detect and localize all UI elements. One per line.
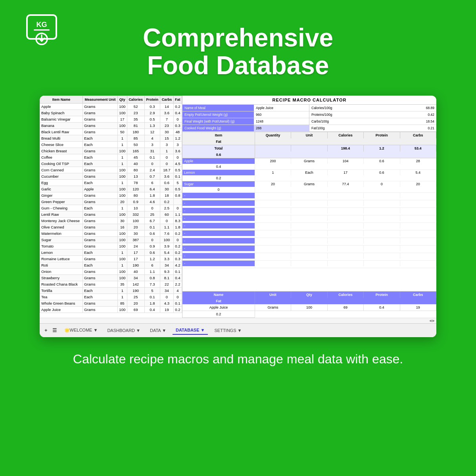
macro-empty-row: -: [182, 223, 436, 230]
item-qty-lemon: 1: [255, 170, 291, 175]
macro-items-area: Apple 200 Grams 104 0.6 28 0.4 Lemon 1 E…: [182, 158, 436, 291]
info-row-meal: Name of Meal Apple Juice: [182, 105, 309, 111]
empty-unit-cell: [291, 253, 327, 259]
table-row: TortillaEach11905344: [40, 287, 182, 294]
empty-carbs-cell: [400, 200, 436, 206]
header-area: KG Comprehensive Food Database: [0, 0, 476, 80]
item-carbs-lemon: 5.4: [400, 170, 436, 175]
empty-cal-cell: [328, 208, 364, 213]
empty-name-cell: -: [182, 261, 255, 266]
summary-header: Name Unit Qty Calories Protein Carbs Fat: [182, 292, 436, 304]
empty-cal-cell: [328, 238, 364, 244]
table-row: Balsamic VinegarGrams17350.570: [40, 116, 182, 122]
fat-100g-label: Fat/100g: [309, 125, 426, 131]
menu-button[interactable]: ☰: [52, 326, 58, 334]
empty-cal-cell: [328, 253, 364, 259]
left-panel: Item Name Measurement Unit Qty Calories …: [40, 96, 182, 318]
item-fat-lemon: 0.2: [182, 175, 255, 181]
total-calories: 198.4: [328, 145, 364, 152]
empty-protein-cell: [364, 208, 400, 213]
empty-name-cell: -: [182, 215, 255, 221]
empty-fat-cell: [182, 244, 255, 245]
pot-weight-label: Empty Pot/Utensil Weight (g): [182, 111, 254, 118]
table-row: Roasted Chana BlackGrams351427.3222.2: [40, 281, 182, 287]
empty-qty-cell: [255, 208, 291, 213]
empty-qty-cell: [255, 215, 291, 221]
empty-fat-cell: [182, 236, 255, 238]
cal-100g-value: 68.89: [424, 105, 436, 111]
recipe-info-grid: Name of Meal Apple Juice Empty Pot/Utens…: [182, 105, 436, 132]
recipe-info-right: Calories/100g 68.89 Proteins/100g 0.42 C…: [309, 105, 436, 132]
empty-carbs-cell: [400, 230, 436, 236]
total-unit: [291, 145, 327, 152]
table-row: Lentil RawGrams10033225601.1: [40, 211, 182, 217]
empty-unit-cell: [291, 238, 327, 244]
col-protein: Protein: [364, 132, 400, 138]
summary-col-fat: Fat: [182, 298, 255, 304]
empty-qty-cell: [255, 200, 291, 206]
tab-data[interactable]: DATA ▼: [147, 326, 169, 334]
item-cal-sugar: 77.4: [328, 181, 364, 187]
col-header-item: Item Name: [40, 96, 83, 103]
item-protein-lemon: 0.6: [364, 170, 400, 175]
table-row: GingerGrams100801.8180.8: [40, 192, 182, 198]
table-row: GarlicApple1001206.4300.5: [40, 186, 182, 192]
info-right-protein: Proteins/100g 0.42: [309, 111, 436, 118]
summary-cal: 69: [328, 304, 364, 311]
item-unit-lemon: Each: [291, 170, 327, 175]
empty-carbs-cell: [400, 253, 436, 259]
col-header-cal: Calories: [127, 96, 144, 103]
empty-unit-cell: [291, 230, 327, 236]
protein-100g-label: Proteins/100g: [309, 111, 426, 118]
macro-empty-row: -: [182, 215, 436, 223]
col-header-protein: Protein: [144, 96, 160, 103]
table-row: Bread MultiEach1854151.2: [40, 135, 182, 141]
table-row: Romaine LettuceGrams100171.23.30.3: [40, 255, 182, 262]
protein-100g-value: 0.42: [426, 111, 436, 118]
info-row-final: Final Weight (with Pot/Utensil) (g) 1248: [182, 118, 309, 125]
macro-item-sugar: Sugar 20 Grams 77.4 0 20 0: [182, 181, 436, 193]
summary-col-carbs: Carbs: [400, 292, 436, 298]
table-row: BananaGrams100811.3230.3: [40, 122, 182, 129]
empty-name-cell: -: [182, 223, 255, 228]
summary-protein: 0.4: [364, 304, 400, 311]
item-protein-sugar: 0: [364, 181, 400, 187]
table-row: Green PepperGrams200.94.60.2: [40, 198, 182, 205]
macro-item-lemon: Lemon 1 Each 17 0.6 5.4 0.2: [182, 170, 436, 181]
item-qty-apple: 200: [255, 158, 291, 164]
total-label: Total: [182, 145, 255, 152]
meal-name-label: Name of Meal: [182, 105, 254, 111]
col-header-qty: Qty: [117, 96, 127, 103]
empty-unit-cell: [291, 246, 327, 251]
empty-fat-cell: [182, 221, 255, 223]
final-weight-value: 1248: [254, 118, 265, 125]
tab-dashboard[interactable]: DASHBOARD ▼: [104, 326, 144, 334]
info-row-cooked: Cooked Food Weight (g) 288: [182, 125, 309, 132]
add-sheet-button[interactable]: +: [44, 326, 48, 334]
item-unit-sugar: Grams: [291, 181, 327, 187]
macro-empty-row: -: [182, 261, 436, 268]
table-row: OnionGrams100401.19.30.1: [40, 268, 182, 274]
table-row: WatermelonGrams100300.67.60.2: [40, 230, 182, 236]
tab-settings[interactable]: SETTINGS ▼: [211, 326, 245, 334]
macro-empty-row: -: [182, 208, 436, 215]
empty-protein-cell: [364, 230, 400, 236]
empty-cal-cell: [328, 230, 364, 236]
kg-icon-area: KG: [24, 12, 60, 49]
col-calories: Calories: [328, 132, 364, 138]
empty-qty-cell: [255, 193, 291, 198]
tab-database[interactable]: DATABASE ▼: [173, 326, 208, 335]
tab-welcome[interactable]: 🌟WELCOME ▼: [61, 326, 101, 334]
empty-fat-cell: [182, 228, 255, 230]
item-protein-apple: 0.6: [364, 158, 400, 164]
macro-empty-row: -: [182, 230, 436, 238]
summary-col-cal: Calories: [328, 292, 364, 298]
info-right-carbs: Carbs/100g 18.54: [309, 118, 436, 125]
macro-empty-row: -: [182, 246, 436, 253]
item-carbs-apple: 28: [400, 158, 436, 164]
empty-fat-cell: [182, 198, 255, 200]
empty-carbs-cell: [400, 246, 436, 251]
cal-100g-label: Calories/100g: [309, 105, 424, 111]
info-right-fat: Fat/100g 0.21: [309, 125, 436, 132]
cooked-weight-label: Cooked Food Weight (g): [182, 125, 254, 131]
